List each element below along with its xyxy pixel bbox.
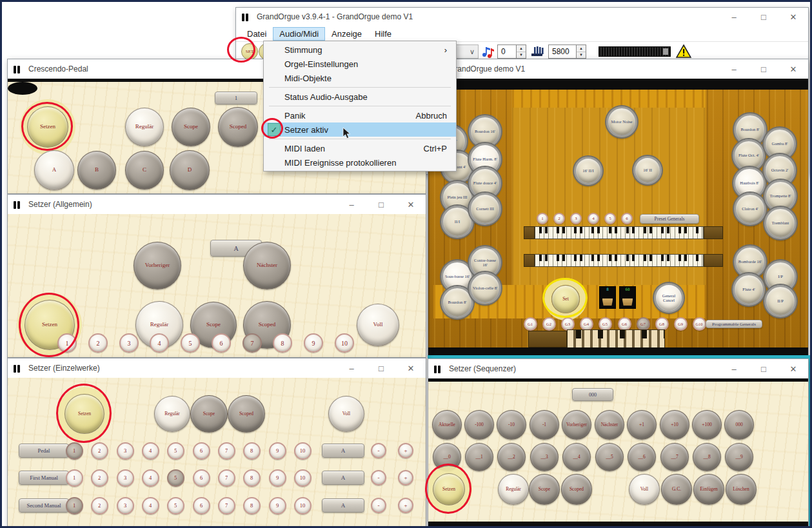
knob-setzen[interactable]: Setzen <box>64 394 104 434</box>
toolbar-set-button[interactable]: SET <box>241 43 258 60</box>
minimize-button[interactable]: – <box>719 359 749 378</box>
piston-1[interactable]: 1 <box>66 469 83 487</box>
knob-n-chster[interactable]: Nächster <box>243 242 291 289</box>
close-button[interactable]: ✕ <box>396 195 426 214</box>
piston-3[interactable]: 3 <box>117 442 134 460</box>
piston-g5[interactable]: G5 <box>599 317 612 331</box>
stop-flute-4[interactable]: Flute 4' <box>733 273 765 306</box>
stop-motor-noise[interactable]: Motor Noise <box>606 106 637 137</box>
knob-scoped[interactable]: Scoped <box>228 395 265 433</box>
polyphony-spinner[interactable]: 5800 ▲▼ <box>548 44 586 59</box>
knob-setzen[interactable]: Setzen <box>27 106 68 148</box>
knob-l-schen[interactable]: Löschen <box>726 474 757 505</box>
menu-item-orgel-einstellungen[interactable]: Orgel-Einstellungen <box>264 57 456 71</box>
knob-d[interactable]: D <box>170 150 210 190</box>
piston-1[interactable]: 1 <box>57 333 77 353</box>
piston-3[interactable]: 3 <box>570 213 582 224</box>
knob-regul-r[interactable]: Regulär <box>154 396 190 432</box>
knob-6[interactable]: __6 <box>628 443 656 471</box>
knob-voll[interactable]: Voll <box>328 396 364 432</box>
knob-regul-r[interactable]: Regulär <box>125 108 164 146</box>
minimize-button[interactable]: – <box>719 8 749 26</box>
knob-1[interactable]: __1 <box>465 443 493 471</box>
knob-100[interactable]: +100 <box>692 410 722 440</box>
knob-voll[interactable]: Voll <box>357 304 399 346</box>
knob-regul-r[interactable]: Regulär <box>498 474 529 505</box>
piston-7[interactable]: 7 <box>218 469 235 487</box>
knob-c[interactable]: C <box>125 151 164 190</box>
piston-4[interactable]: 4 <box>588 213 599 224</box>
knob-0[interactable]: __0 <box>433 443 461 471</box>
knob-7[interactable]: __7 <box>660 443 689 471</box>
piston-g2[interactable]: G2 <box>542 317 556 331</box>
stop-16-ii-i[interactable]: 16' II/I <box>574 157 602 185</box>
minimize-button[interactable]: – <box>337 195 366 214</box>
maximize-button[interactable]: □ <box>366 358 396 378</box>
close-button[interactable]: ✕ <box>778 59 808 79</box>
piston-g3[interactable]: G3 <box>561 317 575 331</box>
piston-4[interactable]: 4 <box>142 442 159 460</box>
piston-3[interactable]: 3 <box>117 497 134 514</box>
close-button[interactable]: ✕ <box>778 8 808 26</box>
knob-scope[interactable]: Scope <box>172 108 210 146</box>
menubar-item-datei[interactable]: Datei <box>241 28 272 40</box>
piston-2[interactable]: 2 <box>91 469 108 487</box>
knob-einf-gen[interactable]: Einfügen <box>693 474 724 505</box>
piston-item[interactable]: - <box>371 470 386 485</box>
piston-2[interactable]: 2 <box>91 442 108 460</box>
piston-6[interactable]: 6 <box>212 333 231 353</box>
knob-3[interactable]: __3 <box>530 443 559 471</box>
knob-8[interactable]: __8 <box>693 443 721 471</box>
menu-item-stimmung[interactable]: Stimmung› <box>264 43 456 57</box>
piston-9[interactable]: 9 <box>269 497 286 514</box>
maximize-button[interactable]: □ <box>749 59 778 79</box>
piston-g1[interactable]: G1 <box>524 317 537 331</box>
piston-9[interactable]: 9 <box>304 333 323 353</box>
knob-10[interactable]: +10 <box>660 410 689 440</box>
piston-10[interactable]: 10 <box>335 333 354 353</box>
knob-n-chster[interactable]: Nächster <box>595 410 624 440</box>
knob-scope[interactable]: Scope <box>529 474 560 505</box>
maximize-button[interactable]: □ <box>749 359 778 378</box>
maximize-button[interactable]: □ <box>749 8 778 26</box>
transpose-spinner[interactable]: 0 ▲▼ <box>497 44 526 59</box>
knob-1[interactable]: -1 <box>530 410 559 440</box>
piston-1[interactable]: 1 <box>66 442 83 460</box>
piston-item[interactable]: - <box>371 498 386 513</box>
knob-10[interactable]: -10 <box>497 410 526 440</box>
piston-9[interactable]: 9 <box>269 442 286 460</box>
minimize-button[interactable]: – <box>719 59 749 79</box>
close-button[interactable]: ✕ <box>778 359 808 378</box>
piston-5[interactable]: 5 <box>167 497 184 514</box>
piston-7[interactable]: 7 <box>218 442 235 460</box>
piston-2[interactable]: 2 <box>91 497 108 514</box>
allgemein-titlebar[interactable]: Setzer (Allgemein) – □ ✕ <box>8 195 426 214</box>
einzelwerke-titlebar[interactable]: Setzer (Einzelwerke) – □ ✕ <box>8 358 426 378</box>
stop-16-ii[interactable]: 16' II <box>633 156 662 184</box>
piston-7[interactable]: 7 <box>243 333 262 353</box>
knob-9[interactable]: __9 <box>725 443 753 471</box>
piston-g10[interactable]: G10 <box>693 317 706 331</box>
knob-000[interactable]: 000 <box>724 410 754 440</box>
piston-5[interactable]: 5 <box>167 442 184 460</box>
knob-100[interactable]: -100 <box>464 410 494 440</box>
piston-1[interactable]: 1 <box>66 497 83 514</box>
knob-scope[interactable]: Scope <box>190 395 228 433</box>
piston-3[interactable]: 3 <box>119 333 139 353</box>
piston-8[interactable]: 8 <box>243 442 261 460</box>
piston-8[interactable]: 8 <box>273 333 292 353</box>
menu-item-setzer-aktiv[interactable]: ✓Setzer aktiv <box>264 122 456 137</box>
piston-g6[interactable]: G6 <box>618 317 631 331</box>
piston-item[interactable]: - <box>371 443 386 458</box>
piston-4[interactable]: 4 <box>150 333 169 353</box>
minimize-button[interactable]: – <box>337 358 366 378</box>
knob-set[interactable]: Set <box>551 285 580 313</box>
piston-6[interactable]: 6 <box>193 442 210 460</box>
piston-item[interactable]: + <box>398 498 413 513</box>
knob-g-c[interactable]: G.C. <box>661 474 692 505</box>
piston-6[interactable]: 6 <box>193 497 210 514</box>
knob-b[interactable]: B <box>77 151 116 190</box>
piston-10[interactable]: 10 <box>294 497 312 514</box>
console-titlebar[interactable]: GrandOrgue demo V1 – □ ✕ <box>428 59 808 79</box>
piston-4[interactable]: 4 <box>142 497 159 514</box>
